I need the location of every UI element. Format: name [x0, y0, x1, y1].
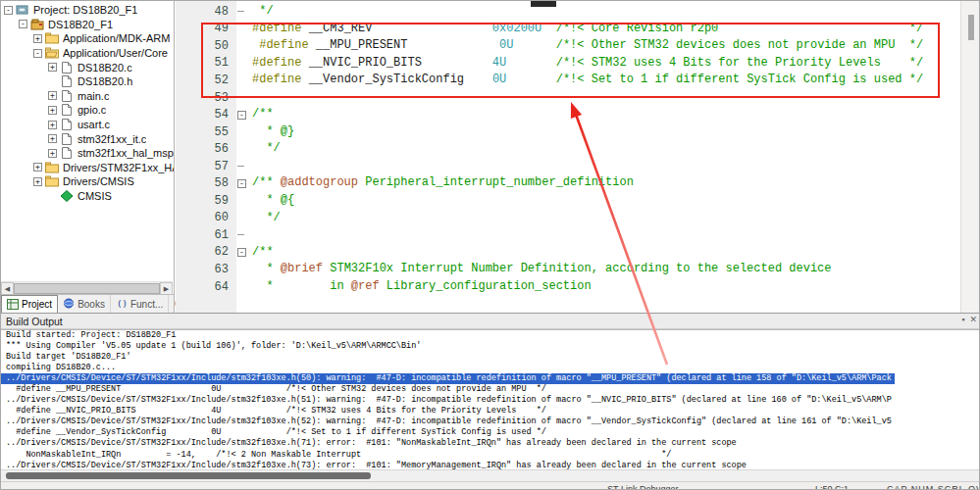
- tree-item-ds18b20-f1[interactable]: -DS18B20_F1: [1, 18, 174, 32]
- expand-icon[interactable]: +: [33, 163, 42, 172]
- build-output-line[interactable]: *** Using Compiler 'V5.05 update 1 (buil…: [1, 341, 980, 352]
- collapse-icon[interactable]: -: [4, 6, 13, 15]
- scrollbar-thumb[interactable]: [968, 15, 974, 40]
- build-output-line[interactable]: compiling DS18B20.c...: [1, 363, 980, 373]
- tree-item-ds18b20-h[interactable]: DS18B20.h: [1, 74, 174, 89]
- fold-collapse-icon[interactable]: -: [237, 179, 246, 188]
- build-output-line[interactable]: ../Drivers/CMSIS/Device/ST/STM32F1xx/Inc…: [1, 416, 980, 427]
- tab-label: Project: [22, 299, 52, 310]
- tab-functions-icon: (): [116, 298, 128, 310]
- status-item-0: ST-Link Debugger: [607, 484, 679, 490]
- folder-icon: [45, 175, 59, 187]
- tab-functions[interactable]: ()Funct...: [111, 295, 169, 313]
- tree-item-cmsis[interactable]: CMSIS: [1, 189, 174, 204]
- code-text: /** @addtogroup Peripheral_interrupt_num…: [252, 174, 634, 192]
- line-number: 61: [176, 228, 236, 242]
- tree-item-ds18b20-c[interactable]: +DS18B20.c: [1, 60, 174, 74]
- tree-item-usart-c[interactable]: +usart.c: [1, 118, 174, 132]
- fold-end-mark: [237, 166, 244, 167]
- cmsis-icon: [60, 190, 74, 202]
- tab-books-icon: [63, 298, 75, 310]
- code-line-58[interactable]: 58-/** @addtogroup Peripheral_interrupt_…: [176, 174, 960, 192]
- code-line-48[interactable]: 48 */: [176, 3, 960, 21]
- close-icon[interactable]: ✕: [969, 315, 977, 324]
- scrollbar-thumb[interactable]: [14, 283, 160, 294]
- tree-item-label: main.c: [77, 90, 109, 102]
- code-text: * @brief STM32F10x Interrupt Number Defi…: [252, 261, 832, 278]
- expand-icon[interactable]: +: [48, 106, 57, 115]
- code-text: */: [252, 140, 281, 158]
- expand-icon[interactable]: +: [33, 34, 42, 43]
- tree-item-drivers-stm32f1xx-hal-driver[interactable]: +Drivers/STM32F1xx_HAL_Driver: [1, 161, 174, 175]
- project-panel: -Project: DS18B20_F1-DS18B20_F1+Applicat…: [1, 1, 175, 313]
- target-icon: [16, 4, 29, 16]
- code-line-56[interactable]: 56 */: [176, 140, 960, 158]
- build-output-line[interactable]: ../Drivers/CMSIS/Device/ST/STM32F1xx/Inc…: [1, 438, 980, 449]
- tree-item-drivers-cmsis[interactable]: +Drivers/CMSIS: [1, 174, 174, 189]
- expand-icon[interactable]: +: [48, 134, 57, 143]
- fold-collapse-icon[interactable]: -: [237, 248, 246, 257]
- file-icon: [60, 119, 74, 130]
- build-output-line[interactable]: #define __NVIC_PRIO_BITS 4U /*!< STM32 u…: [1, 406, 980, 416]
- tree-item-main-c[interactable]: +main.c: [1, 89, 174, 104]
- scrollbar-thumb[interactable]: [6, 472, 371, 479]
- tree-item-stm32f1xx-it-c[interactable]: +stm32f1xx_it.c: [1, 131, 174, 146]
- line-number: 54: [176, 108, 236, 122]
- code-text: * in @ref Library_configuration_section: [252, 278, 592, 296]
- status-item-2: CAP NUM SCRL OVR R/W: [887, 484, 980, 490]
- project-tree[interactable]: -Project: DS18B20_F1-DS18B20_F1+Applicat…: [1, 1, 174, 282]
- collapse-icon[interactable]: -: [19, 20, 27, 28]
- code-line-61[interactable]: 61: [176, 226, 960, 244]
- tree-item-label: Project: DS18B20_F1: [33, 4, 137, 16]
- build-output-line[interactable]: NonMaskableInt_IRQn = -14, /*!< 2 Non Ma…: [1, 450, 980, 461]
- tab-books[interactable]: Books: [58, 295, 111, 313]
- code-line-60[interactable]: 60 */: [176, 210, 960, 227]
- code-line-63[interactable]: 63 * @brief STM32F10x Interrupt Number D…: [176, 261, 960, 278]
- editor-tab-remnant: [531, 1, 556, 7]
- build-output-log[interactable]: Build started: Project: DS18B20_F1*** Us…: [1, 329, 980, 469]
- svg-text:(): (): [117, 299, 128, 309]
- tree-item-application-user-core[interactable]: -Application/User/Core: [1, 46, 174, 61]
- code-line-57[interactable]: 57: [176, 158, 960, 175]
- tree-item-project-ds18b20-f1[interactable]: -Project: DS18B20_F1: [1, 3, 174, 18]
- tree-item-application-mdk-arm[interactable]: +Application/MDK-ARM: [1, 31, 174, 46]
- build-output-panel: Build Output ▪ ✕ Build started: Project:…: [1, 313, 980, 481]
- line-number: 55: [176, 125, 236, 139]
- build-output-line[interactable]: ../Drivers/CMSIS/Device/ST/STM32F1xx/Inc…: [1, 395, 980, 406]
- editor-vertical-scrollbar[interactable]: [960, 1, 980, 313]
- file-icon: [60, 75, 74, 87]
- line-number: 58: [176, 176, 236, 190]
- code-line-54[interactable]: 54-/**: [176, 106, 960, 123]
- tree-item-stm32f1xx-hal-msp-c[interactable]: +stm32f1xx_hal_msp.c: [1, 146, 174, 161]
- code-line-64[interactable]: 64 * in @ref Library_configuration_secti…: [176, 278, 960, 296]
- build-target-icon: [30, 19, 44, 30]
- expand-icon[interactable]: +: [48, 121, 57, 129]
- build-output-line[interactable]: Build target 'DS18B20_F1': [1, 352, 980, 363]
- code-text: /**: [252, 244, 274, 262]
- pin-icon[interactable]: ▪: [961, 315, 964, 324]
- code-line-62[interactable]: 62-/**: [176, 244, 960, 262]
- code-text: */: [252, 3, 274, 21]
- build-output-line[interactable]: #define __Vendor_SysTickConfig 0U /*!< S…: [1, 427, 980, 438]
- fold-collapse-icon[interactable]: -: [237, 111, 246, 120]
- project-tree-horizontal-scrollbar[interactable]: ◀ ▶: [1, 281, 173, 295]
- build-output-line-selected[interactable]: ../Drivers/CMSIS/Device/ST/STM32F1xx/Inc…: [1, 373, 895, 384]
- expand-icon[interactable]: +: [33, 177, 42, 186]
- collapse-icon[interactable]: -: [33, 49, 42, 58]
- build-output-line[interactable]: #define __MPU_PRESENT 0U /*!< Other STM3…: [1, 384, 980, 395]
- build-output-line[interactable]: Build started: Project: DS18B20_F1: [1, 330, 980, 341]
- expand-icon[interactable]: +: [48, 91, 57, 100]
- code-line-59[interactable]: 59 * @{: [176, 192, 960, 210]
- build-output-header: Build Output ▪ ✕: [1, 314, 980, 329]
- build-output-horizontal-scrollbar[interactable]: [1, 469, 980, 481]
- line-number: 62: [176, 245, 236, 259]
- tab-project[interactable]: Project: [1, 295, 58, 313]
- build-output-line[interactable]: ../Drivers/CMSIS/Device/ST/STM32F1xx/Inc…: [1, 461, 980, 469]
- build-output-title: Build Output: [6, 316, 63, 327]
- fold-end-mark: [237, 234, 244, 235]
- expand-icon[interactable]: +: [48, 63, 57, 72]
- tree-item-gpio-c[interactable]: +gpio.c: [1, 103, 174, 118]
- tree-item-label: Drivers/STM32F1xx_HAL_Driver: [63, 162, 174, 173]
- code-line-55[interactable]: 55 * @}: [176, 123, 960, 141]
- expand-icon[interactable]: +: [48, 149, 57, 158]
